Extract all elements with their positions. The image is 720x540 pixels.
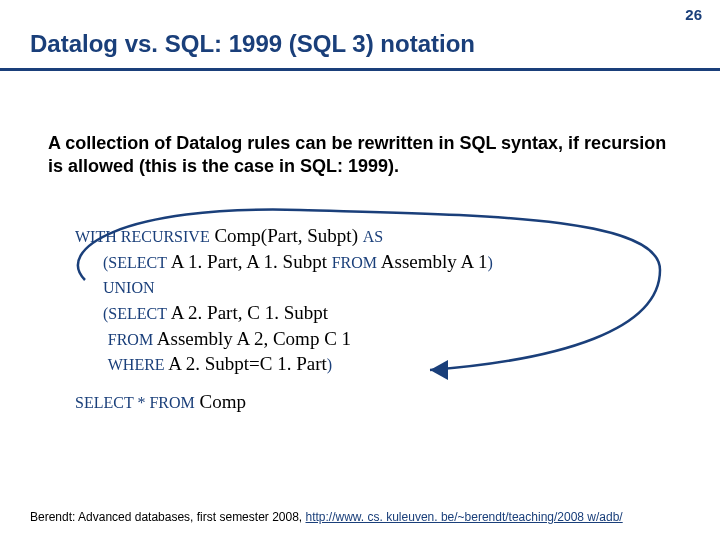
code-text: A 2. Subpt=C 1. Part: [165, 353, 327, 374]
code-text: A 2. Part, C 1. Subpt: [167, 302, 328, 323]
page-number: 26: [685, 6, 702, 23]
code-text: Assembly A 2, Comp C 1: [153, 328, 351, 349]
title-rule: [0, 68, 720, 71]
code-line: FROM Assembly A 2, Comp C 1: [103, 326, 672, 352]
footer-text: Berendt: Advanced databases, first semes…: [30, 510, 306, 524]
slide: 26 Datalog vs. SQL: 1999 (SQL 3) notatio…: [0, 0, 720, 540]
footer: Berendt: Advanced databases, first semes…: [30, 510, 623, 524]
code-line: SELECT * FROM Comp: [75, 389, 672, 415]
keyword-close-paren: ): [487, 254, 492, 271]
footer-link[interactable]: http://www. cs. kuleuven. be/~berendt/te…: [306, 510, 623, 524]
code-line: WITH RECURSIVE Comp(Part, Subpt) AS: [75, 223, 672, 249]
code-text: Assembly A 1: [377, 251, 487, 272]
keyword-select: (SELECT: [103, 305, 167, 322]
keyword-union: UNION: [103, 279, 155, 296]
keyword-as: AS: [363, 228, 383, 245]
keyword-select-star-from: SELECT * FROM: [75, 394, 195, 411]
code-text: A 1. Part, A 1. Subpt: [167, 251, 332, 272]
code-gap: [75, 377, 672, 389]
code-line: UNION: [103, 274, 672, 300]
code-text: Comp(Part, Subpt): [210, 225, 363, 246]
code-line: WHERE A 2. Subpt=C 1. Part): [103, 351, 672, 377]
keyword-from: FROM: [332, 254, 377, 271]
intro-text: A collection of Datalog rules can be rew…: [48, 132, 672, 179]
slide-title: Datalog vs. SQL: 1999 (SQL 3) notation: [30, 30, 475, 58]
keyword-with-recursive: WITH RECURSIVE: [75, 228, 210, 245]
code-text: Comp: [195, 391, 246, 412]
code-line: (SELECT A 1. Part, A 1. Subpt FROM Assem…: [103, 249, 672, 275]
keyword-where: WHERE: [108, 356, 165, 373]
code-line: (SELECT A 2. Part, C 1. Subpt: [103, 300, 672, 326]
sql-code-block: WITH RECURSIVE Comp(Part, Subpt) AS (SEL…: [75, 223, 672, 414]
keyword-select: (SELECT: [103, 254, 167, 271]
keyword-close-paren: ): [327, 356, 332, 373]
keyword-from: FROM: [108, 331, 153, 348]
